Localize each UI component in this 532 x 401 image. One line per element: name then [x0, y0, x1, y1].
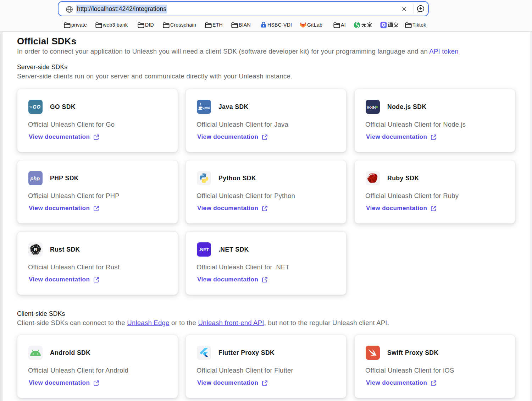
svg-text:R: R	[34, 247, 37, 252]
svg-text:.NET: .NET	[199, 247, 209, 252]
svg-text:node: node	[367, 105, 376, 109]
svg-text:GO: GO	[33, 104, 40, 110]
svg-text:Java: Java	[203, 106, 210, 110]
svg-text:php: php	[30, 176, 40, 181]
